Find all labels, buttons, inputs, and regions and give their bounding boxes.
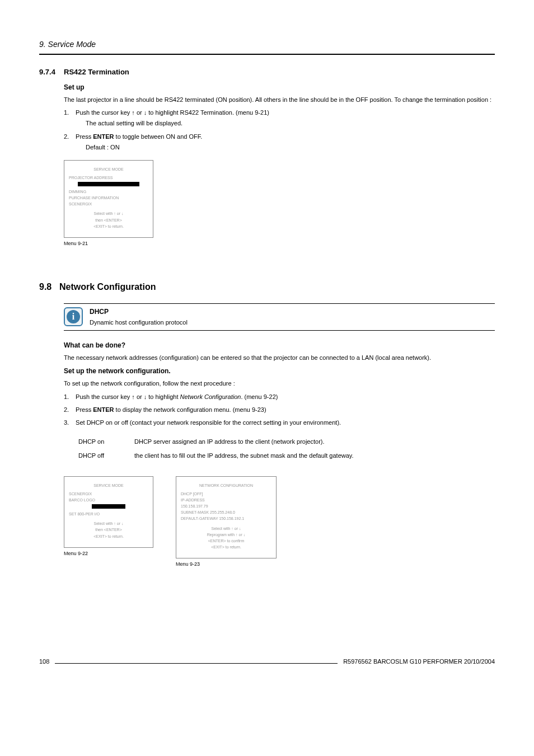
step-number: 2. bbox=[64, 133, 74, 141]
menu-9-21-caption: Menu 9-21 bbox=[64, 240, 495, 247]
menu-9-21: SERVICE MODE PROJECTOR ADDRESS DIMMING P… bbox=[64, 160, 153, 238]
dhcp-on-row: DHCP on DHCP server assigned an IP addre… bbox=[78, 438, 495, 446]
info-text: DHCP Dynamic host configuration protocol bbox=[90, 307, 188, 327]
menu-title: SERVICE MODE bbox=[69, 166, 148, 172]
step-1: 1. Push the cursor key ↑ or ↓ to highlig… bbox=[64, 109, 495, 128]
info-glyph: i bbox=[67, 310, 80, 323]
f: Select with ↑ or ↓ bbox=[181, 525, 271, 532]
info-icon: i bbox=[64, 307, 83, 326]
step2-sub: Default : ON bbox=[86, 143, 494, 152]
menu-9-22: SERVICE MODE SCENERGIX BARCO LOGO SET 80… bbox=[64, 476, 153, 548]
setup-net-heading: Set up the network configuration. bbox=[64, 367, 495, 376]
setup-heading: Set up bbox=[64, 83, 495, 92]
section-974-title: 9.7.4RS422 Termination bbox=[39, 67, 495, 77]
step-text: Push the cursor key ↑ or ↓ to highlight … bbox=[76, 109, 494, 128]
step-number: 3. bbox=[64, 419, 74, 427]
menu-footer: Select with ↑ or ↓ Reprogram with ↑ or ↓… bbox=[181, 525, 271, 551]
section-number: 9.7.4 bbox=[39, 67, 64, 77]
menu-9-23: NETWORK CONFIGURATION DHCP [OFF] IP-ADDR… bbox=[176, 476, 277, 559]
enter-key: ENTER bbox=[93, 133, 114, 140]
what-paragraph: The necessary network addresses (configu… bbox=[64, 354, 495, 362]
step-2: 2. Press ENTER to display the network co… bbox=[64, 406, 495, 414]
f: <ENTER> to confirm bbox=[181, 538, 271, 544]
chapter-header: 9. Service Mode bbox=[39, 39, 495, 50]
step-number: 1. bbox=[64, 393, 74, 401]
step1-sub: The actual setting will be displayed. bbox=[86, 119, 494, 128]
page-footer: 108 R5976562 BARCOSLM G10 PERFORMER 20/1… bbox=[39, 658, 495, 666]
t: . (menu 9-22) bbox=[241, 393, 278, 400]
step-number: 2. bbox=[64, 406, 74, 414]
f: Select with ↑ or ↓ bbox=[69, 210, 148, 217]
step-text: Set DHCP on or off (contact your network… bbox=[76, 419, 494, 427]
setup-intro: The last projector in a line should be R… bbox=[64, 96, 495, 104]
setup-steps-98: 1. Push the cursor key ↑ or ↓ to highlig… bbox=[64, 393, 495, 428]
menu-line: SET 800-PER I/O bbox=[69, 511, 148, 517]
dhcp-on-desc: DHCP server assigned an IP address to th… bbox=[134, 438, 325, 446]
step-text: Push the cursor key ↑ or ↓ to highlight … bbox=[76, 393, 494, 401]
f: then <ENTER> bbox=[69, 527, 148, 533]
enter-key: ENTER bbox=[93, 406, 114, 413]
menu-line: SCENERGIX BARCO LOGO bbox=[69, 491, 148, 503]
step-1: 1. Push the cursor key ↑ or ↓ to highlig… bbox=[64, 393, 495, 401]
f: <EXIT> to return. bbox=[69, 533, 148, 539]
setup-steps-974: 1. Push the cursor key ↑ or ↓ to highlig… bbox=[64, 109, 495, 152]
step-3: 3. Set DHCP on or off (contact your netw… bbox=[64, 419, 495, 427]
section-number: 9.8 bbox=[39, 281, 59, 293]
menu-9-22-caption: Menu 9-22 bbox=[64, 550, 153, 557]
menu-9-22-col: SERVICE MODE SCENERGIX BARCO LOGO SET 80… bbox=[64, 468, 153, 557]
step1-main: Push the cursor key ↑ or ↓ to highlight … bbox=[76, 109, 269, 116]
menu-title: NETWORK CONFIGURATION bbox=[181, 482, 271, 489]
em: Network Configuration bbox=[180, 393, 241, 400]
t: Push the cursor key ↑ or ↓ to highlight bbox=[76, 393, 180, 400]
menu-footer: Select with ↑ or ↓ then <ENTER> <EXIT> t… bbox=[69, 520, 148, 539]
t: to toggle between ON and OFF. bbox=[114, 133, 203, 140]
doc-id: R5976562 BARCOSLM G10 PERFORMER 20/10/20… bbox=[343, 658, 495, 666]
what-heading: What can be done? bbox=[64, 341, 495, 350]
section-title-text: Network Configuration bbox=[59, 282, 156, 292]
t: Press bbox=[76, 133, 93, 140]
section-98-title: 9.8Network Configuration bbox=[39, 281, 495, 293]
dhcp-off-desc: the client has to fill out the IP addres… bbox=[134, 452, 354, 460]
info-definition: Dynamic host configuration protocol bbox=[90, 318, 188, 327]
setup-net-intro: To set up the network configuration, fol… bbox=[64, 379, 495, 388]
menu-9-23-caption: Menu 9-23 bbox=[176, 561, 277, 568]
t: Press bbox=[76, 406, 93, 413]
f: Select with ↑ or ↓ bbox=[69, 520, 148, 527]
f: then <ENTER> bbox=[69, 217, 148, 223]
menu-body: DHCP [OFF] IP-ADDRESS 150.158.197.79 SUB… bbox=[181, 491, 271, 522]
menu-footer: Select with ↑ or ↓ then <ENTER> <EXIT> t… bbox=[69, 210, 148, 229]
menu-line: DIMMING PURCHASE INFORMATION SCENERGIX bbox=[69, 189, 148, 208]
dhcp-off-row: DHCP off the client has to fill out the … bbox=[78, 452, 495, 460]
step-number: 1. bbox=[64, 109, 74, 117]
dhcp-off-label: DHCP off bbox=[78, 452, 118, 460]
menu-row: SERVICE MODE SCENERGIX BARCO LOGO SET 80… bbox=[64, 468, 495, 568]
footer-rule bbox=[55, 663, 338, 664]
menu-line: PROJECTOR ADDRESS bbox=[69, 175, 148, 181]
f: <EXIT> to return. bbox=[181, 544, 271, 550]
f: Reprogram with ↑ or ↓ bbox=[181, 532, 271, 538]
menu-9-23-col: NETWORK CONFIGURATION DHCP [OFF] IP-ADDR… bbox=[176, 468, 277, 568]
f: <EXIT> to return. bbox=[69, 223, 148, 229]
step-text: Press ENTER to toggle between ON and OFF… bbox=[76, 133, 494, 152]
dhcp-on-label: DHCP on bbox=[78, 438, 118, 446]
info-term: DHCP bbox=[90, 307, 188, 317]
menu-highlight bbox=[78, 182, 139, 186]
menu-title: SERVICE MODE bbox=[69, 482, 148, 489]
section-title-text: RS422 Termination bbox=[64, 68, 129, 76]
menu-highlight bbox=[92, 504, 125, 509]
header-rule bbox=[39, 54, 495, 55]
page-number: 108 bbox=[39, 658, 49, 666]
step-2: 2. Press ENTER to toggle between ON and … bbox=[64, 133, 495, 152]
step-text: Press ENTER to display the network confi… bbox=[76, 406, 494, 414]
t: to display the network configuration men… bbox=[114, 406, 266, 413]
info-callout: i DHCP Dynamic host configuration protoc… bbox=[64, 303, 495, 331]
